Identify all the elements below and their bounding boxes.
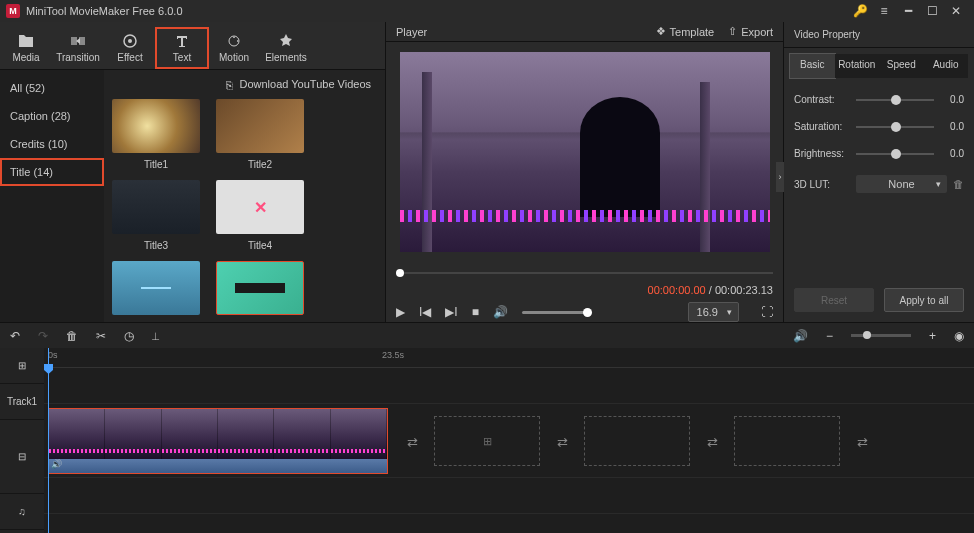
- transition-slot-1-icon[interactable]: ⇄: [402, 432, 422, 452]
- tab-transition[interactable]: Transition: [52, 28, 104, 68]
- export-button[interactable]: ⇧ Export: [728, 25, 773, 38]
- svg-point-1: [128, 39, 132, 43]
- tab-elements-label: Elements: [265, 52, 307, 63]
- add-track-icon[interactable]: ⊞: [0, 348, 44, 384]
- zoom-out-icon[interactable]: −: [826, 329, 833, 343]
- volume-icon[interactable]: 🔊: [493, 305, 508, 319]
- effect-icon: [122, 33, 138, 49]
- category-all[interactable]: All (52): [0, 74, 104, 102]
- track1-label: Track1: [0, 384, 44, 420]
- play-icon[interactable]: ▶: [396, 305, 405, 319]
- thumb-title6[interactable]: [216, 261, 304, 315]
- music-lane[interactable]: [44, 478, 974, 514]
- thumb-title5[interactable]: [112, 261, 200, 315]
- reset-button[interactable]: Reset: [794, 288, 874, 312]
- subtab-speed[interactable]: Speed: [879, 54, 924, 78]
- speed-icon[interactable]: ◷: [124, 329, 134, 343]
- contrast-label: Contrast:: [794, 94, 850, 105]
- brightness-label: Brightness:: [794, 148, 850, 159]
- transition-icon: [70, 33, 86, 49]
- zoom-fit-icon[interactable]: ◉: [954, 329, 964, 343]
- tab-text-label: Text: [173, 52, 191, 63]
- next-frame-icon[interactable]: ▶I: [445, 305, 457, 319]
- apply-all-button[interactable]: Apply to all: [884, 288, 964, 312]
- thumb-title2[interactable]: [216, 99, 304, 153]
- thumb-title4[interactable]: [216, 180, 304, 234]
- scrubber-thumb[interactable]: [396, 269, 404, 277]
- ruler-mid: 23.5s: [382, 350, 404, 360]
- zoom-slider[interactable]: [851, 334, 911, 337]
- saturation-value: 0.0: [940, 121, 964, 132]
- undo-icon[interactable]: ↶: [10, 329, 20, 343]
- lut-select[interactable]: None: [856, 175, 947, 193]
- track1-lane[interactable]: [44, 368, 974, 404]
- thumb-title1[interactable]: [112, 99, 200, 153]
- tab-motion[interactable]: Motion: [208, 28, 260, 68]
- scrubber[interactable]: [396, 266, 773, 280]
- video-lane[interactable]: ⇄ ⊞ ⇄ ⇄ ⇄: [44, 404, 974, 478]
- saturation-slider[interactable]: [856, 126, 934, 128]
- redo-icon[interactable]: ↷: [38, 329, 48, 343]
- drop-slot-3[interactable]: [734, 416, 840, 466]
- category-caption[interactable]: Caption (28): [0, 102, 104, 130]
- category-credits[interactable]: Credits (10): [0, 130, 104, 158]
- brightness-slider[interactable]: [856, 153, 934, 155]
- tab-transition-label: Transition: [56, 52, 100, 63]
- panel-expand-icon[interactable]: ›: [776, 162, 784, 192]
- download-label: Download YouTube Videos: [240, 78, 372, 90]
- menu-icon[interactable]: ≡: [872, 4, 896, 18]
- split-icon[interactable]: ✂: [96, 329, 106, 343]
- thumb-title1-label: Title1: [112, 159, 200, 170]
- drop-slot-1[interactable]: ⊞: [434, 416, 540, 466]
- tab-elements[interactable]: Elements: [260, 28, 312, 68]
- stop-icon[interactable]: ■: [472, 305, 479, 319]
- timeline-ruler[interactable]: 0s 23.5s: [44, 348, 974, 368]
- thumb-title3[interactable]: [112, 180, 200, 234]
- volume-slider[interactable]: [522, 311, 592, 314]
- video-preview[interactable]: [400, 52, 770, 252]
- tab-media-label: Media: [12, 52, 39, 63]
- template-label: Template: [670, 26, 715, 38]
- timeline-audio-icon[interactable]: 🔊: [793, 329, 808, 343]
- contrast-slider[interactable]: [856, 99, 934, 101]
- tab-text[interactable]: Text: [156, 28, 208, 68]
- tab-media[interactable]: Media: [0, 28, 52, 68]
- zoom-in-icon[interactable]: +: [929, 329, 936, 343]
- template-button[interactable]: ❖ Template: [656, 25, 715, 38]
- maximize-icon[interactable]: ☐: [920, 4, 944, 18]
- transition-slot-2-icon[interactable]: ⇄: [552, 432, 572, 452]
- transition-slot-3-icon[interactable]: ⇄: [702, 432, 722, 452]
- elements-icon: [278, 33, 294, 49]
- download-youtube-link[interactable]: ⎘ Download YouTube Videos: [112, 76, 377, 99]
- thumb-title2-label: Title2: [216, 159, 304, 170]
- thumb-title3-label: Title3: [112, 240, 200, 251]
- clip-audio-icon: [49, 459, 387, 474]
- playhead[interactable]: [48, 348, 49, 533]
- fullscreen-icon[interactable]: ⛶: [761, 305, 773, 319]
- minimize-icon[interactable]: ━: [896, 4, 920, 18]
- subtab-rotation[interactable]: Rotation: [835, 54, 880, 78]
- category-title[interactable]: Title (14): [0, 158, 104, 186]
- prev-frame-icon[interactable]: I◀: [419, 305, 431, 319]
- aspect-ratio-select[interactable]: 16.9: [688, 302, 739, 322]
- delete-icon[interactable]: 🗑: [66, 329, 78, 343]
- app-title: MiniTool MovieMaker Free 6.0.0: [26, 5, 183, 17]
- drop-slot-2[interactable]: [584, 416, 690, 466]
- upgrade-key-icon[interactable]: 🔑: [848, 4, 872, 18]
- export-icon: ⇧: [728, 25, 737, 38]
- template-icon: ❖: [656, 25, 666, 38]
- crop-icon[interactable]: ⟂: [152, 329, 159, 343]
- close-icon[interactable]: ✕: [944, 4, 968, 18]
- tab-effect[interactable]: Effect: [104, 28, 156, 68]
- subtab-basic[interactable]: Basic: [790, 54, 835, 78]
- subtab-audio[interactable]: Audio: [924, 54, 969, 78]
- transition-slot-4-icon[interactable]: ⇄: [852, 432, 872, 452]
- player-header: Player: [396, 26, 427, 38]
- video-clip[interactable]: [48, 408, 388, 474]
- brightness-value: 0.0: [940, 148, 964, 159]
- contrast-value: 0.0: [940, 94, 964, 105]
- lut-delete-icon[interactable]: 🗑: [953, 178, 964, 190]
- app-logo: M: [6, 4, 20, 18]
- export-label: Export: [741, 26, 773, 38]
- text-icon: [174, 33, 190, 49]
